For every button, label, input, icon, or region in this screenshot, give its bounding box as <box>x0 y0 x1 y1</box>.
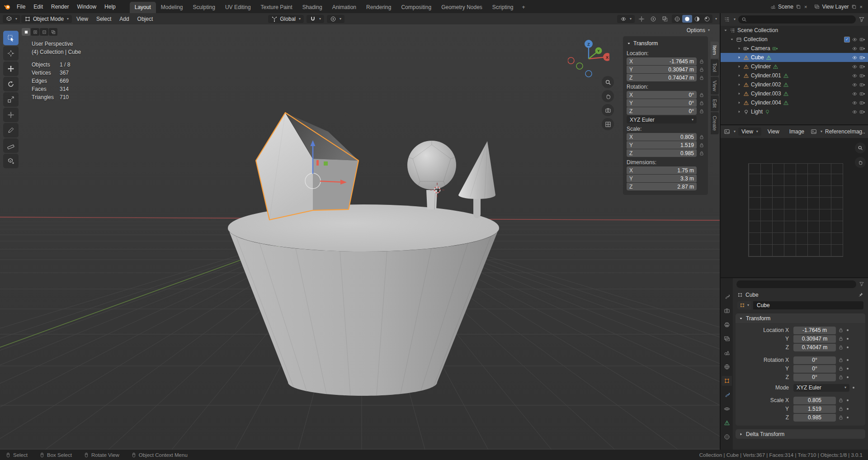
gizmo-x-plane-handle[interactable] <box>316 160 319 166</box>
menu-file[interactable]: File <box>13 0 29 13</box>
outliner-editor-icon[interactable] <box>724 16 730 23</box>
editor-type-caret[interactable]: ▾ <box>734 18 736 21</box>
workspace-tab-rendering[interactable]: Rendering <box>361 2 396 13</box>
eye-icon[interactable] <box>852 46 858 52</box>
select-mode-new-icon[interactable] <box>22 28 30 36</box>
eye-icon[interactable] <box>852 100 858 106</box>
object-visibility-dropdown[interactable]: ▾ <box>617 15 635 23</box>
camera-restrict-icon[interactable] <box>859 100 865 106</box>
proportional-editing-toggle[interactable]: ▾ <box>327 15 344 23</box>
pin-icon[interactable] <box>858 292 863 298</box>
lock-icon[interactable] <box>838 398 844 403</box>
tab-edit[interactable]: Edit <box>711 95 719 111</box>
scale-y-field[interactable]: Y1.519 <box>627 141 697 149</box>
scale-y-field[interactable]: 1.519 <box>793 405 836 413</box>
pan-button[interactable] <box>602 90 614 102</box>
properties-tab-world[interactable] <box>722 362 732 372</box>
filter-icon[interactable] <box>859 16 865 23</box>
shading-wireframe-button[interactable] <box>672 15 682 23</box>
tool-rotate[interactable] <box>3 77 19 91</box>
outliner-row-light[interactable]: Light <box>721 107 868 116</box>
viewport-menu-add[interactable]: Add <box>116 15 132 23</box>
outliner-search-input[interactable] <box>738 15 856 24</box>
camera-restrict-icon[interactable] <box>859 109 865 115</box>
menu-window[interactable]: Window <box>73 0 100 13</box>
viewport-canvas[interactable]: Options▾ User Perspective (4) Collection… <box>0 24 720 450</box>
shading-rendered-button[interactable] <box>702 15 712 23</box>
menu-help[interactable]: Help <box>100 0 120 13</box>
workspace-tab-modeling[interactable]: Modeling <box>156 2 188 13</box>
rotation-mode-dropdown[interactable]: XYZ Euler▾ <box>793 384 849 392</box>
properties-tab-tool[interactable] <box>722 292 732 302</box>
rotation-mode-dropdown[interactable]: XYZ Euler▾ <box>627 116 697 123</box>
properties-tab-output[interactable] <box>722 320 732 330</box>
expand-icon[interactable] <box>737 64 741 69</box>
location-y-field[interactable]: 0.30947 m <box>793 335 836 343</box>
lock-icon[interactable] <box>838 415 844 420</box>
properties-search-input[interactable] <box>736 280 856 288</box>
outliner-row-cylinder[interactable]: Cylinder <box>721 62 868 71</box>
dimensions-x-field[interactable]: X1.75 m <box>627 166 697 174</box>
lock-icon[interactable] <box>699 100 704 106</box>
show-gizmo-toggle[interactable] <box>637 15 646 23</box>
lock-icon[interactable] <box>838 345 844 350</box>
lock-icon[interactable] <box>699 151 704 156</box>
camera-restrict-icon[interactable] <box>859 46 865 52</box>
lock-icon[interactable] <box>838 336 844 341</box>
remove-view-layer-icon[interactable]: × <box>859 4 863 9</box>
image-zoom-button[interactable] <box>855 142 866 153</box>
viewport-menu-view[interactable]: View <box>73 15 92 23</box>
location-x-field[interactable]: X-1.7645 m <box>627 57 697 65</box>
camera-restrict-icon[interactable] <box>859 82 865 88</box>
outliner-row-collection[interactable]: Collection ✓ <box>721 35 868 44</box>
expand-icon[interactable] <box>737 91 741 96</box>
rotation-y-field[interactable]: Y0° <box>627 99 697 107</box>
select-mode-intersect-icon[interactable] <box>49 28 57 36</box>
delta-transform-header[interactable]: Delta Transform <box>736 429 865 439</box>
location-x-field[interactable]: -1.7645 m <box>793 327 836 334</box>
workspace-tab-shading[interactable]: Shading <box>297 2 327 13</box>
viewport-menu-object[interactable]: Object <box>134 15 157 23</box>
tab-tool[interactable]: Tool <box>711 59 719 76</box>
animate-dot[interactable] <box>847 359 849 361</box>
show-overlays-toggle[interactable] <box>648 15 658 23</box>
snap-toggle[interactable]: ▾ <box>307 15 324 23</box>
object-browse-button[interactable]: ▾ <box>737 301 751 309</box>
rotation-z-field[interactable]: 0° <box>793 374 836 381</box>
image-menu-view[interactable]: View <box>764 128 783 136</box>
gizmo-negx-ball[interactable] <box>568 57 574 64</box>
properties-tab-physics[interactable] <box>722 404 732 414</box>
properties-tab-material[interactable] <box>722 432 732 442</box>
blender-logo-icon[interactable] <box>4 3 11 10</box>
tool-transform[interactable] <box>3 108 19 122</box>
location-z-field[interactable]: 0.74047 m <box>793 344 836 351</box>
gizmo-y-plane-handle[interactable] <box>324 161 328 166</box>
add-workspace-button[interactable]: + <box>519 2 529 13</box>
camera-restrict-icon[interactable] <box>859 64 865 70</box>
eye-icon[interactable] <box>852 64 858 70</box>
lock-icon[interactable] <box>699 59 704 64</box>
location-y-field[interactable]: Y0.30947 m <box>627 66 697 73</box>
scale-x-field[interactable]: 0.805 <box>793 397 836 404</box>
transform-orientation-selector[interactable]: Global▾ <box>268 15 304 23</box>
animate-dot[interactable] <box>847 368 849 370</box>
animate-dot[interactable] <box>847 408 849 410</box>
rotation-z-field[interactable]: Z0° <box>627 107 697 115</box>
tool-measure[interactable] <box>3 138 19 153</box>
lock-icon[interactable] <box>699 92 704 98</box>
object-name-field[interactable]: Cube <box>753 301 863 309</box>
animate-dot[interactable] <box>847 338 849 340</box>
lock-icon[interactable] <box>838 375 844 380</box>
expand-icon[interactable] <box>737 55 741 60</box>
camera-restrict-icon[interactable] <box>859 55 865 61</box>
workspace-tab-texture-paint[interactable]: Texture Paint <box>256 2 297 13</box>
image-mode-dropdown[interactable]: View▾ <box>738 128 761 136</box>
expand-icon[interactable] <box>737 82 741 87</box>
outliner-row-scene-collection[interactable]: Scene Collection <box>721 26 868 35</box>
lock-icon[interactable] <box>699 109 704 114</box>
properties-tab-object-data[interactable] <box>722 418 732 428</box>
options-dropdown[interactable]: Options▾ <box>687 27 710 33</box>
workspace-tab-uv-editing[interactable]: UV Editing <box>220 2 256 13</box>
image-browse-icon[interactable] <box>811 128 817 135</box>
3d-scene[interactable] <box>0 24 720 450</box>
